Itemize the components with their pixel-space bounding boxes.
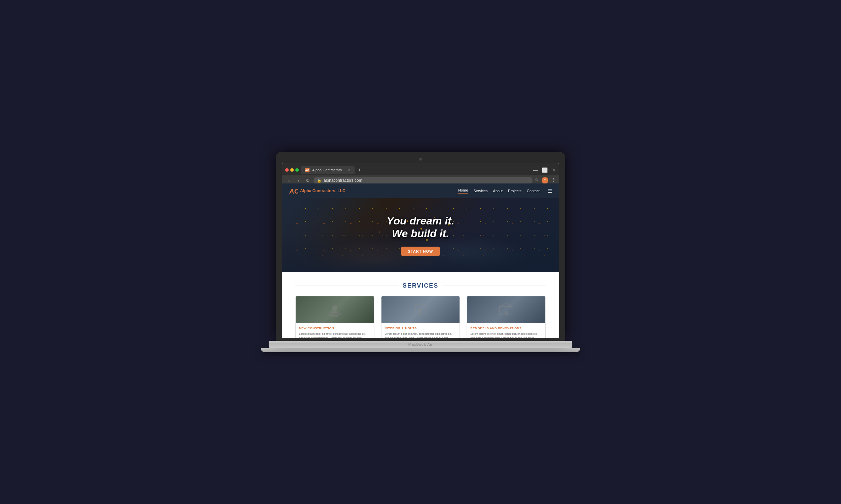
hero-content: You dream it. We build it. START NOW [387,214,454,256]
restore-icon[interactable]: ⬜ [542,167,548,173]
hamburger-menu[interactable]: ☰ [548,188,552,194]
menu-icon[interactable]: ⋮ [551,177,556,184]
logo-text: Alpha Contractors, LLC [300,188,345,193]
service-name-interior: INTERIOR FIT-OUTS [385,327,457,330]
svg-rect-3 [328,313,341,315]
laptop-camera [419,158,422,161]
new-tab-button[interactable]: + [358,167,361,173]
laptop-bottom [261,348,580,352]
browser-chrome: AC Alpha Contractors × + — ⬜ ✕ ‹ › ↻ [282,163,559,183]
logo-main-text: Alpha Contractors, LLC [300,188,345,193]
hero-title: You dream it. We build it. [387,214,454,240]
service-desc-construction: Lorem ipsum dolor sit amet, consectetuer… [299,332,371,338]
svg-text:AC: AC [289,187,298,195]
service-card-interior: INTERIOR FIT-OUTS Lorem ipsum dolor sit … [381,296,460,338]
service-body-construction: NEW CONSTRUCTION Lorem ipsum dolor sit a… [296,323,374,338]
hero-cta-button[interactable]: START NOW [401,247,440,256]
service-image-interior [381,296,460,323]
hero-title-line1: You dream it. [387,214,454,227]
forward-button[interactable]: › [295,178,302,183]
browser-titlebar: AC Alpha Contractors × + — ⬜ ✕ [282,163,559,175]
nav-projects[interactable]: Projects [508,189,521,193]
svg-point-1 [332,305,338,311]
service-image-construction [296,296,374,323]
service-card-construction: NEW CONSTRUCTION Lorem ipsum dolor sit a… [295,296,374,338]
user-avatar[interactable]: T [542,177,548,184]
nav-about[interactable]: About [493,189,503,193]
close-icon[interactable]: ✕ [552,167,556,173]
laptop-screen: AC Alpha Contractors × + — ⬜ ✕ ‹ › ↻ [282,163,559,338]
service-name-remodel: REMODELS AND RENOVATIONS [470,327,542,330]
hero-title-line2: We build it. [387,227,454,240]
site-logo: AC Alpha Contractors, LLC [289,186,345,196]
url-text: alphacontractors.com [324,178,362,183]
service-card-remodel: REMODELS AND RENOVATIONS Lorem ipsum dol… [467,296,546,338]
reload-button[interactable]: ↻ [304,178,311,183]
service-name-construction: NEW CONSTRUCTION [299,327,371,330]
close-button[interactable] [285,168,289,172]
tab-title: Alpha Contractors [312,168,342,172]
site-navigation: AC Alpha Contractors, LLC Home Services … [282,183,559,198]
services-grid: NEW CONSTRUCTION Lorem ipsum dolor sit a… [295,296,546,338]
nav-contact[interactable]: Contact [527,189,539,193]
service-image-remodel [467,296,545,323]
svg-point-5 [418,308,423,312]
lock-icon: 🔒 [317,178,322,183]
laptop-wrapper: AC Alpha Contractors × + — ⬜ ✕ ‹ › ↻ [269,152,572,352]
svg-rect-6 [419,311,422,316]
service-body-interior: INTERIOR FIT-OUTS Lorem ipsum dolor sit … [381,323,460,338]
services-section: SERVICES [282,272,559,338]
service-desc-interior: Lorem ipsum dolor sit amet, consectetuer… [385,332,457,338]
laptop-bezel: AC Alpha Contractors × + — ⬜ ✕ ‹ › ↻ [276,152,565,341]
nav-home[interactable]: Home [458,188,468,194]
minimize-icon[interactable]: — [533,167,538,173]
minimize-button[interactable] [290,168,294,172]
services-title: SERVICES [403,282,439,289]
back-button[interactable]: ‹ [285,178,293,183]
laptop-base [269,341,572,348]
tab-favicon: AC [305,168,309,173]
window-controls [285,168,299,172]
bookmark-icon[interactable]: ☆ [534,177,539,184]
nav-links: Home Services About Projects Contact ☰ [458,188,552,194]
logo-icon: AC [289,186,298,196]
maximize-button[interactable] [295,168,299,172]
services-header: SERVICES [295,282,546,289]
nav-services[interactable]: Services [473,189,487,193]
service-body-remodel: REMODELS AND RENOVATIONS Lorem ipsum dol… [467,323,545,338]
svg-rect-8 [504,311,508,315]
service-desc-remodel: Lorem ipsum dolor sit amet, consectetuer… [470,332,542,338]
toolbar-actions: ☆ T ⋮ [534,177,556,184]
address-bar[interactable]: 🔒 alphacontractors.com [313,177,533,184]
website-content: AC Alpha Contractors, LLC Home Services … [282,183,559,338]
browser-tab[interactable]: AC Alpha Contractors × [301,166,355,174]
tab-close-button[interactable]: × [348,168,350,173]
services-line-right [442,286,546,286]
services-line-left [295,286,399,286]
window-action-controls: — ⬜ ✕ [533,167,556,173]
hero-section: You dream it. We build it. START NOW [282,198,559,272]
